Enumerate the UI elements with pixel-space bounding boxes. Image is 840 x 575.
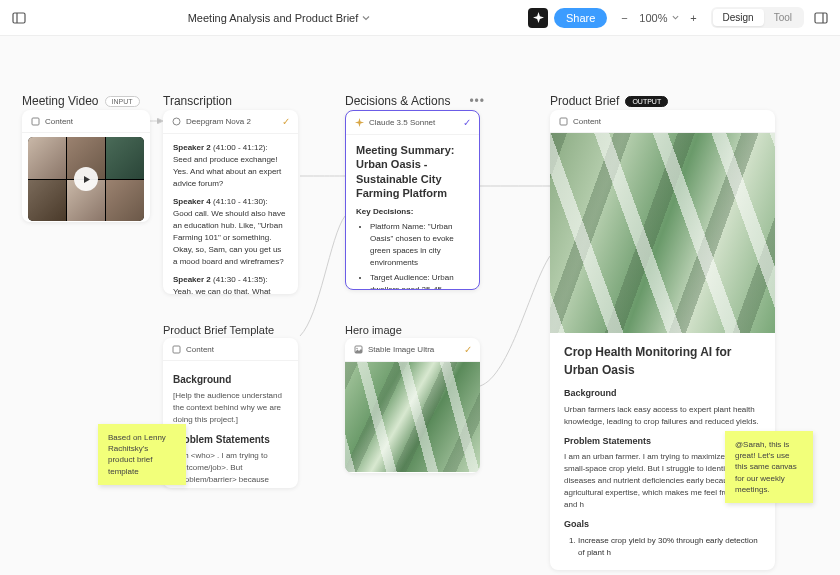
content-icon [171, 344, 181, 354]
content-icon [558, 116, 568, 126]
card-header: Claude 3.5 Sonnet ✓ [346, 111, 479, 135]
card-transcription[interactable]: Deepgram Nova 2 ✓ Speaker 2 (41:00 - 41:… [163, 110, 298, 294]
card-header: Content [163, 338, 298, 361]
tmpl-bg-text: [Help the audience understand the contex… [173, 390, 288, 426]
zoom-out-button[interactable]: − [613, 7, 635, 29]
tmpl-ps-title: Problem Statements [173, 432, 288, 447]
svg-point-5 [173, 118, 180, 125]
card-header: Content [22, 110, 150, 133]
card-header: Deepgram Nova 2 ✓ [163, 110, 298, 134]
col-template: Product Brief Template [163, 324, 274, 336]
claude-icon [354, 118, 364, 128]
model-icon [171, 117, 181, 127]
chevron-down-icon [362, 14, 370, 22]
tmpl-ps-text: I am <who> . I am trying to <outcome/job… [173, 450, 288, 488]
zoom-in-button[interactable]: + [683, 7, 705, 29]
col-decisions: Decisions & Actions ••• [345, 94, 485, 108]
col-hero: Hero image [345, 324, 402, 336]
transcript-line: Speaker 2 (41:00 - 41:12): Seed and prod… [173, 142, 288, 190]
brief-goals-label: Goals [564, 518, 761, 532]
transcript-line: Speaker 2 (41:30 - 41:35): Yeah, we can … [173, 274, 288, 294]
brief-bg-text: Urban farmers lack easy access to expert… [564, 404, 761, 428]
share-button[interactable]: Share [554, 8, 607, 28]
decision-item: Target Audience: Urban dwellers aged 25-… [370, 272, 469, 290]
card-hero[interactable]: Stable Image Ultra ✓ [345, 338, 480, 473]
brief-bg-label: Background [564, 387, 761, 401]
col-transcription: Transcription [163, 94, 232, 108]
output-badge: OUTPUT [625, 96, 668, 107]
play-icon[interactable] [74, 167, 98, 191]
card-header: Content [550, 110, 775, 133]
document-title[interactable]: Meeting Analysis and Product Brief [188, 12, 371, 24]
brief-goal-item: Increase crop yield by 30% through early… [578, 535, 761, 559]
content-icon [30, 116, 40, 126]
more-icon[interactable]: ••• [469, 94, 485, 108]
col-meeting-video: Meeting Video INPUT [22, 94, 140, 108]
mode-tool[interactable]: Tool [764, 9, 802, 26]
svg-rect-6 [560, 118, 567, 125]
hero-image [345, 362, 480, 472]
image-icon [353, 345, 363, 355]
col-product-brief: Product Brief OUTPUT [550, 94, 668, 108]
card-meeting-video[interactable]: Content [22, 110, 150, 222]
transcript-line: Speaker 4 (41:10 - 41:30): Good call. We… [173, 196, 288, 268]
ai-action-button[interactable] [528, 8, 548, 28]
panel-left-icon[interactable] [8, 7, 30, 29]
card-decisions[interactable]: Claude 3.5 Sonnet ✓ Meeting Summary: Urb… [345, 110, 480, 290]
mode-design[interactable]: Design [713, 9, 764, 26]
summary-title: Meeting Summary: Urban Oasis - Sustainab… [356, 143, 469, 200]
svg-point-9 [356, 348, 357, 349]
brief-title: Crop Health Monitoring AI for Urban Oasi… [564, 343, 761, 379]
check-icon: ✓ [463, 117, 471, 128]
sticky-note-1[interactable]: Based on Lenny Rachitsky's product brief… [98, 424, 186, 485]
tmpl-bg-title: Background [173, 372, 288, 387]
card-header: Stable Image Ultra ✓ [345, 338, 480, 362]
svg-rect-4 [32, 118, 39, 125]
check-icon: ✓ [282, 116, 290, 127]
zoom-level[interactable]: 100% [639, 12, 667, 24]
video-thumbnails[interactable] [28, 137, 144, 221]
svg-rect-0 [13, 13, 25, 23]
topbar: Meeting Analysis and Product Brief Share… [0, 0, 840, 36]
input-badge: INPUT [105, 96, 140, 107]
chevron-down-icon [672, 14, 679, 21]
brief-hero-image [550, 133, 775, 333]
svg-rect-2 [815, 13, 827, 23]
check-icon: ✓ [464, 344, 472, 355]
key-decisions-label: Key Decisions: [356, 206, 469, 218]
canvas[interactable]: Meeting Video INPUT Transcription Decisi… [0, 36, 840, 575]
mode-toggle: Design Tool [711, 7, 805, 28]
decision-item: Platform Name: "Urban Oasis" chosen to e… [370, 221, 469, 269]
sticky-note-2[interactable]: @Sarah, this is great! Let's use this sa… [725, 431, 813, 503]
panel-right-icon[interactable] [810, 7, 832, 29]
svg-rect-7 [173, 346, 180, 353]
